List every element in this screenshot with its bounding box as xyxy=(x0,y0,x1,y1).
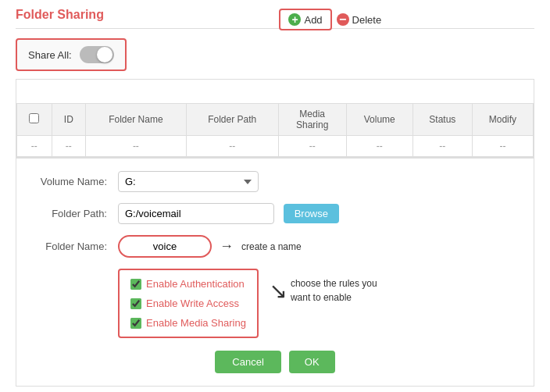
checkbox-annotation-row: Enable Authentication Enable Write Acces… xyxy=(118,269,518,338)
rules-callout: ↙ choose the rules you want to enable xyxy=(270,276,377,305)
cell-3: -- xyxy=(186,136,278,157)
col-checkbox xyxy=(17,104,52,136)
cell-1: -- xyxy=(52,136,85,157)
cell-2: -- xyxy=(85,136,186,157)
top-buttons: + Add − Delete xyxy=(279,9,381,30)
delete-icon: − xyxy=(337,13,349,26)
rules-hint-text: choose the rules you want to enable xyxy=(291,276,377,305)
enable-write-access-checkbox[interactable] xyxy=(130,298,141,309)
page-title: Folder Sharing xyxy=(16,8,534,22)
volume-name-label: Volume Name: xyxy=(32,176,118,187)
folder-path-label: Folder Path: xyxy=(32,208,118,219)
delete-label: Delete xyxy=(352,14,382,26)
folder-table-container: ID Folder Name Folder Path MediaSharing … xyxy=(16,79,534,158)
add-icon: + xyxy=(288,13,301,26)
checkboxes-row: Enable Authentication Enable Write Acces… xyxy=(32,269,518,338)
share-all-toggle[interactable] xyxy=(80,46,114,63)
volume-select[interactable]: G: C: D: E: xyxy=(118,171,259,192)
bottom-buttons: Cancel OK xyxy=(32,351,518,373)
form-panel: Volume Name: G: C: D: E: Folder Path: Br… xyxy=(16,158,534,387)
folder-name-wrapper: → create a name xyxy=(118,235,518,258)
ok-button[interactable]: OK xyxy=(289,351,335,373)
col-folder-name: Folder Name xyxy=(85,104,186,136)
cell-0: -- xyxy=(17,136,52,157)
volume-name-control: G: C: D: E: xyxy=(118,171,518,192)
col-folder-path: Folder Path xyxy=(186,104,278,136)
enable-media-sharing-label: Enable Media Sharing xyxy=(146,317,246,329)
folder-path-row: Folder Path: Browse xyxy=(32,203,518,224)
add-label: Add xyxy=(304,14,322,26)
checkbox-media-row: Enable Media Sharing xyxy=(130,317,246,329)
cancel-button[interactable]: Cancel xyxy=(215,351,280,373)
col-volume: Volume xyxy=(346,104,412,136)
enable-media-sharing-checkbox[interactable] xyxy=(130,318,141,329)
folder-name-label: Folder Name: xyxy=(32,241,118,252)
table-header-row: ID Folder Name Folder Path MediaSharing … xyxy=(17,104,534,136)
share-all-container: Share All: xyxy=(16,38,127,71)
col-id: ID xyxy=(52,104,85,136)
cell-7: -- xyxy=(472,136,533,157)
enable-authentication-checkbox[interactable] xyxy=(130,279,141,290)
table-row: -- -- -- -- -- -- -- -- xyxy=(17,136,534,157)
folder-path-input[interactable] xyxy=(118,203,274,224)
folder-name-row: Folder Name: → create a name xyxy=(32,235,518,258)
folder-table: ID Folder Name Folder Path MediaSharing … xyxy=(16,103,534,157)
volume-name-row: Volume Name: G: C: D: E: xyxy=(32,171,518,192)
cell-4: -- xyxy=(278,136,346,157)
select-all-checkbox[interactable] xyxy=(29,113,39,123)
checkbox-section: Enable Authentication Enable Write Acces… xyxy=(118,269,259,338)
col-status: Status xyxy=(412,104,472,136)
checkbox-write-row: Enable Write Access xyxy=(130,298,246,309)
add-button[interactable]: + Add xyxy=(279,9,331,30)
curved-arrow-icon: ↙ xyxy=(270,278,288,304)
enable-authentication-label: Enable Authentication xyxy=(146,278,245,290)
col-media-sharing: MediaSharing xyxy=(278,104,346,136)
enable-write-access-label: Enable Write Access xyxy=(146,298,239,309)
checkbox-auth-row: Enable Authentication xyxy=(130,278,246,290)
cell-5: -- xyxy=(346,136,412,157)
share-all-label: Share All: xyxy=(28,49,72,61)
folder-name-input[interactable] xyxy=(118,235,212,258)
title-divider xyxy=(16,28,534,29)
folder-name-hint: create a name xyxy=(241,240,302,254)
checkboxes-control: Enable Authentication Enable Write Acces… xyxy=(118,269,518,338)
col-modify: Modify xyxy=(472,104,533,136)
folder-name-control: → create a name xyxy=(118,235,518,258)
delete-button[interactable]: − Delete xyxy=(337,13,382,26)
browse-button[interactable]: Browse xyxy=(284,204,339,223)
cell-6: -- xyxy=(412,136,472,157)
folder-path-control: Browse xyxy=(118,203,518,224)
arrow-right-icon: → xyxy=(220,238,234,255)
